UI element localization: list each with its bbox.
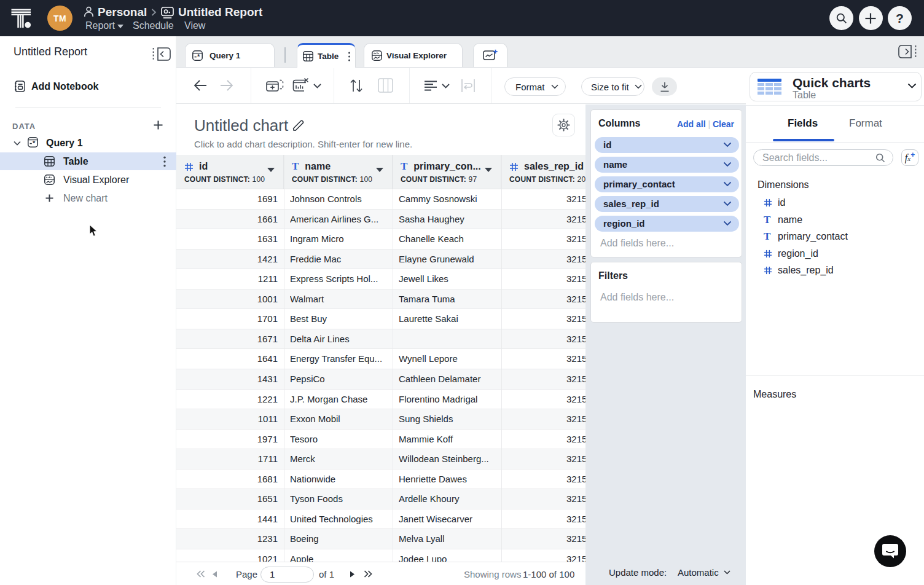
- svg-text:*: *: [197, 53, 200, 60]
- svg-text:*: *: [33, 139, 36, 147]
